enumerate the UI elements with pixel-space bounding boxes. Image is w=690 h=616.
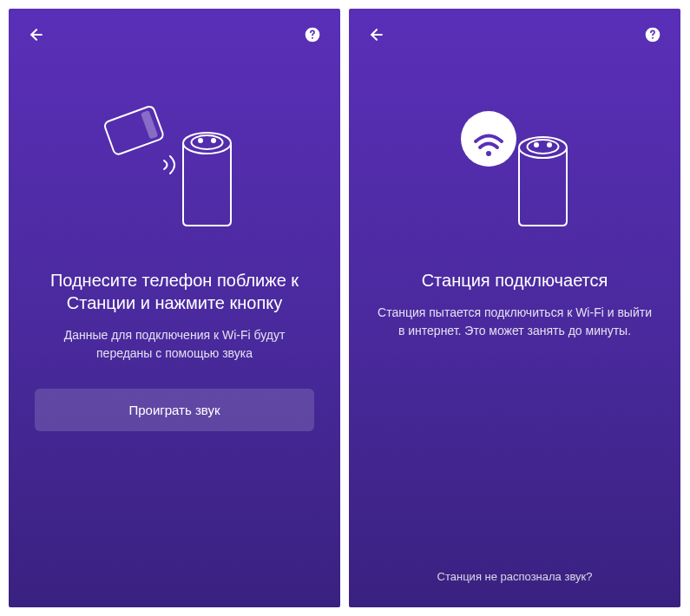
setup-screen-play-sound: Поднесите телефон поближе к Станции и на…	[9, 9, 340, 607]
svg-point-16	[535, 143, 538, 147]
content-area: Станция подключается Станция пытается по…	[349, 269, 680, 340]
svg-point-4	[192, 135, 223, 149]
play-sound-button[interactable]: Проиграть звук	[35, 389, 314, 431]
svg-point-15	[528, 140, 559, 154]
page-subtitle: Станция пытается подключиться к Wi-Fi и …	[375, 304, 654, 340]
back-icon[interactable]	[26, 24, 47, 45]
svg-rect-8	[141, 111, 157, 138]
illustration-phone-speaker	[9, 78, 340, 252]
page-title: Станция подключается	[375, 269, 654, 292]
svg-point-2	[312, 37, 313, 39]
svg-point-13	[486, 151, 491, 156]
svg-point-6	[212, 139, 215, 142]
content-area: Поднесите телефон поближе к Станции и на…	[9, 269, 340, 363]
troubleshoot-link[interactable]: Станция не распознала звук?	[349, 570, 680, 583]
svg-point-5	[199, 139, 202, 142]
top-bar	[349, 9, 680, 61]
setup-screen-connecting: Станция подключается Станция пытается по…	[349, 9, 680, 607]
help-icon[interactable]	[642, 24, 663, 45]
svg-point-11	[652, 37, 654, 39]
top-bar	[9, 9, 340, 61]
illustration-wifi-speaker	[349, 78, 680, 252]
page-title: Поднесите телефон поближе к Станции и на…	[35, 269, 314, 314]
back-icon[interactable]	[366, 24, 387, 45]
svg-point-17	[548, 143, 551, 147]
help-icon[interactable]	[302, 24, 323, 45]
page-subtitle: Данные для подключения к Wi-Fi будут пер…	[35, 326, 314, 363]
svg-point-12	[461, 111, 516, 167]
